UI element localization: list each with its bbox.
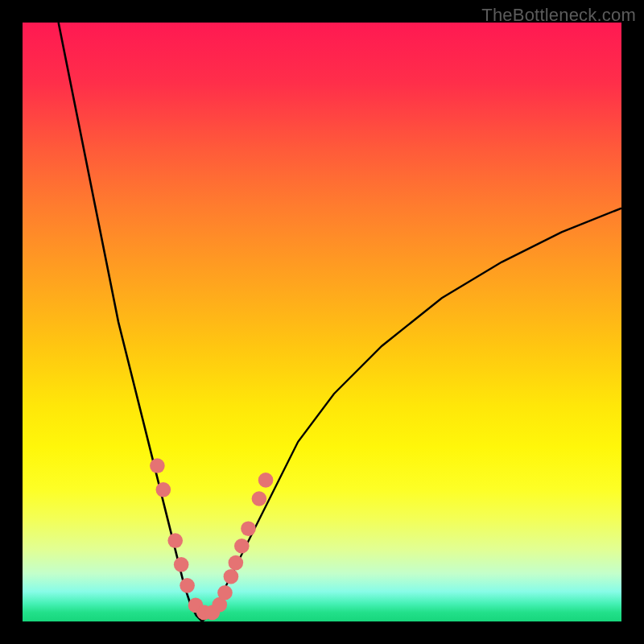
watermark-text: TheBottleneck.com	[481, 5, 636, 26]
marker-dot	[167, 533, 183, 548]
marker-dot	[174, 557, 189, 572]
marker-dot	[252, 491, 267, 506]
curve-left-branch	[59, 23, 203, 621]
marker-dot	[217, 585, 233, 601]
marker-dot	[229, 555, 244, 571]
marker-dot	[180, 578, 195, 593]
marker-dot	[224, 569, 239, 584]
plot-area	[23, 23, 621, 621]
marker-dot	[156, 482, 171, 497]
marker-dot	[150, 458, 165, 473]
marker-dot	[234, 539, 250, 554]
chart-frame: TheBottleneck.com	[0, 0, 644, 644]
marker-dot	[241, 521, 256, 536]
bottleneck-curve	[23, 23, 621, 621]
marker-dot	[258, 473, 274, 488]
marker-beads	[150, 458, 273, 620]
curve-right-branch	[202, 208, 621, 621]
